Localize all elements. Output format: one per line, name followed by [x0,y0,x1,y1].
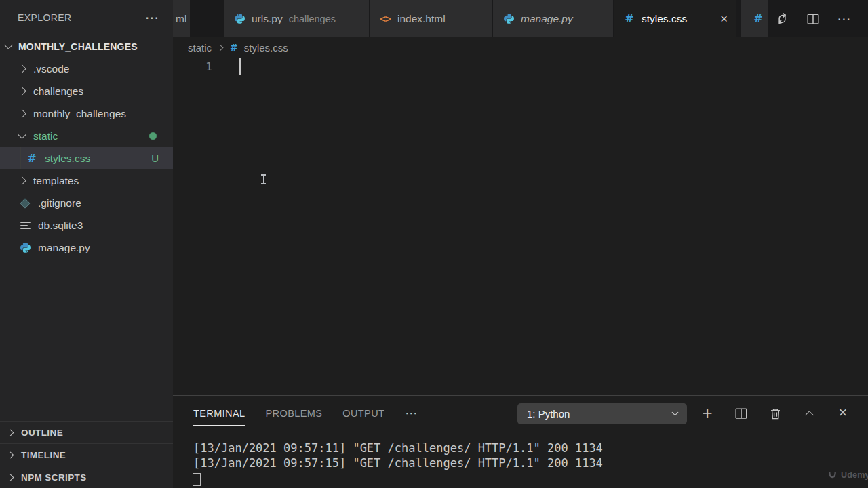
kill-terminal-trash-icon[interactable] [768,406,783,421]
git-untracked-dot-badge [149,132,157,140]
panel-actions: + × [700,396,868,431]
database-file-icon [19,222,31,229]
chevron-right-icon [7,451,14,458]
panel-tab-terminal[interactable]: TERMINAL [193,404,245,423]
terminal-output[interactable]: [13/Jan/2021 09:57:11] "GET /challenges/… [193,441,603,486]
css-file-icon: # [26,152,38,165]
terminal-log-line: [13/Jan/2021 09:57:15] "GET /challenges/… [193,456,603,471]
split-terminal-icon[interactable] [734,406,749,421]
terminal-shell-dropdown[interactable]: 1: Python [517,403,687,424]
more-actions-icon[interactable]: ⋯ [837,12,852,26]
close-panel-icon[interactable]: × [835,405,850,420]
panel-tab-problems[interactable]: PROBLEMS [266,404,323,423]
explorer-title: EXPLORER [18,12,71,23]
tab-strip-gap [191,0,224,37]
chevron-right-icon [18,176,26,185]
explorer-header: EXPLORER ⋯ [0,0,173,35]
tree-item-styles-css[interactable]: # styles.css U [0,147,173,169]
chevron-right-icon [18,109,26,118]
tab-manage-py[interactable]: manage.py [493,0,614,37]
css-file-icon: # [230,42,238,53]
css-file-icon: # [752,12,764,25]
python-file-icon [502,13,515,24]
css-file-icon: # [623,12,635,25]
indent-guide [20,147,21,169]
file-tree: .vscode challenges monthly_challenges st… [0,58,173,259]
close-icon[interactable]: × [720,12,728,25]
terminal-log-line: [13/Jan/2021 09:57:11] "GET /challenges/… [193,441,603,456]
tab-folder-hint: challenges [289,14,336,24]
git-file-icon [19,199,31,207]
git-untracked-badge: U [151,152,159,164]
tab-truncated-html[interactable]: ml [173,0,191,37]
chevron-down-icon [18,130,26,139]
new-terminal-icon[interactable]: + [700,405,715,420]
udemy-logo-icon [827,471,837,480]
python-file-icon [233,13,245,24]
chevron-down-icon [4,41,13,49]
tree-item-challenges[interactable]: challenges [0,80,173,102]
html-file-icon: <> [379,13,391,24]
chevron-down-icon [672,409,679,416]
editor-title-actions: ⋯ [768,0,868,37]
udemy-watermark: Udemy [827,470,868,480]
tab-truncated-css[interactable]: # [741,0,768,37]
explorer-sidebar: EXPLORER ⋯ MONTHLY_CHALLENGES .vscode ch… [0,0,173,488]
minimap-border [850,58,850,395]
python-file-icon [19,242,31,253]
section-outline[interactable]: OUTLINE [0,421,173,443]
tab-index-html[interactable]: <> index.html [370,0,493,37]
tree-item-manage-py[interactable]: manage.py [0,237,173,259]
text-caret [239,58,241,75]
terminal-cursor [193,473,201,486]
ibeam-mouse-cursor [260,174,267,184]
breadcrumb-file[interactable]: styles.css [244,42,288,54]
chevron-right-icon [7,474,14,481]
chevron-right-icon [18,87,26,96]
tab-bar: ml urls.py challenges <> index.html mana… [173,0,868,37]
editor-area: ml urls.py challenges <> index.html mana… [173,0,868,488]
tree-item-vscode[interactable]: .vscode [0,58,173,80]
tab-urls-py[interactable]: urls.py challenges [224,0,370,37]
sidebar-bottom-sections: OUTLINE TIMELINE NPM SCRIPTS [0,421,173,488]
udemy-watermark-text: Udemy [841,470,868,480]
vscode-window: EXPLORER ⋯ MONTHLY_CHALLENGES .vscode ch… [0,0,868,488]
terminal-panel: TERMINAL PROBLEMS OUTPUT ⋯ 1: Python + [173,395,868,488]
section-npm-scripts[interactable]: NPM SCRIPTS [0,466,173,488]
open-changes-icon[interactable] [774,12,789,26]
tree-item-monthly-challenges[interactable]: monthly_challenges [0,102,173,125]
line-number: 1 [197,60,212,73]
breadcrumb: static # styles.css [173,37,868,58]
chevron-right-icon [217,44,224,51]
panel-header: TERMINAL PROBLEMS OUTPUT ⋯ 1: Python + [173,396,868,431]
maximize-panel-icon[interactable] [802,406,816,421]
tree-item-db-sqlite3[interactable]: db.sqlite3 [0,214,173,237]
tree-item-static[interactable]: static [0,125,173,147]
panel-more-tabs-icon[interactable]: ⋯ [405,406,417,421]
split-editor-icon[interactable] [806,12,821,26]
breadcrumb-folder[interactable]: static [188,42,212,54]
section-timeline[interactable]: TIMELINE [0,443,173,466]
editor-surface[interactable]: 1 [173,58,868,395]
tree-item-templates[interactable]: templates [0,169,173,192]
tab-styles-css[interactable]: # styles.css × [614,0,736,37]
project-root-row[interactable]: MONTHLY_CHALLENGES [0,35,173,58]
tree-item-gitignore[interactable]: .gitignore [0,192,173,214]
chevron-right-icon [18,64,26,73]
panel-tab-output[interactable]: OUTPUT [342,404,384,423]
project-name: MONTHLY_CHALLENGES [18,41,138,52]
explorer-more-actions-icon[interactable]: ⋯ [145,11,159,24]
chevron-right-icon [7,429,14,436]
